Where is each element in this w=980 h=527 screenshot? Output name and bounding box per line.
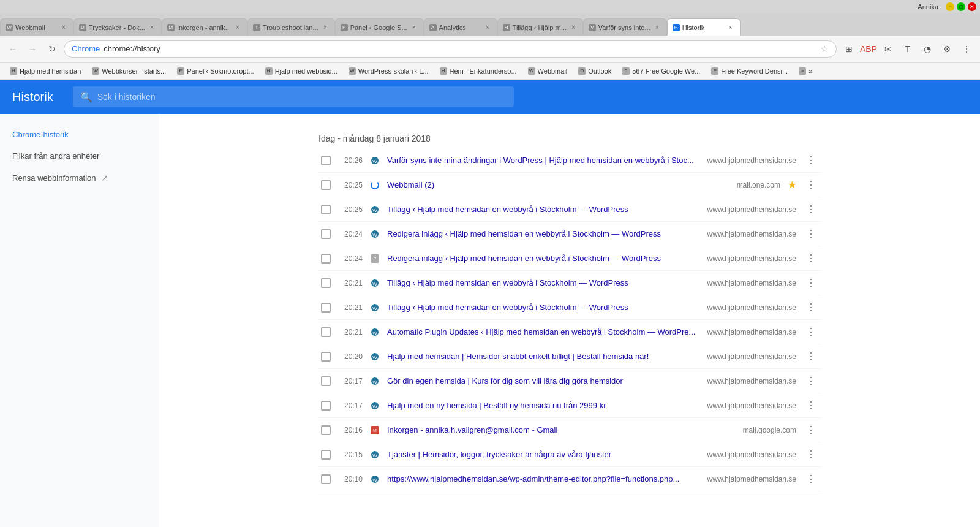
tab-historik[interactable]: HHistorik× — [667, 18, 741, 36]
row-menu-button[interactable]: ⋮ — [804, 325, 818, 339]
row-title[interactable]: Tjänster | Hemsidor, loggor, trycksaker … — [387, 450, 700, 459]
tab-close-button[interactable]: × — [148, 23, 156, 32]
row-menu-button[interactable]: ⋮ — [804, 423, 818, 438]
url-bar[interactable]: Chrome chrome://history ☆ — [64, 40, 837, 58]
row-menu-button[interactable]: ⋮ — [804, 447, 818, 462]
search-bar[interactable]: 🔍 — [73, 86, 514, 107]
row-menu-button[interactable]: ⋮ — [804, 300, 818, 315]
bookmark-item[interactable]: »» — [794, 64, 817, 78]
svg-text:W: W — [372, 354, 377, 360]
translate-icon[interactable]: T — [899, 40, 916, 58]
tools-icon[interactable]: ⚙ — [938, 40, 956, 58]
table-row: 20:21WAutomatic Plugin Updates ‹ Hjälp m… — [318, 320, 821, 344]
row-title[interactable]: Gör din egen hemsida | Kurs för dig som … — [387, 376, 700, 385]
row-menu-button[interactable]: ⋮ — [804, 276, 818, 290]
row-title[interactable]: Hjälp med hemsidan | Hemsidor snabbt enk… — [387, 352, 700, 361]
tab-troubleshoot-lan---[interactable]: TTroubleshoot lan...× — [247, 18, 335, 36]
row-menu-button[interactable]: ⋮ — [804, 202, 818, 217]
tab-close-button[interactable]: × — [59, 23, 68, 32]
row-title[interactable]: Inkorgen - annika.h.vallgren@gmail.com -… — [387, 425, 736, 434]
row-checkbox[interactable] — [321, 205, 331, 214]
chrome-icon[interactable]: ◔ — [919, 40, 936, 58]
row-title[interactable]: Redigera inlägg ‹ Hjälp med hemsidan en … — [387, 254, 700, 263]
adblock-icon[interactable]: ABP — [860, 40, 877, 58]
tab-webbmail[interactable]: WWebbmail× — [0, 18, 74, 36]
tab-close-button[interactable]: × — [569, 23, 578, 32]
sidebar-item-chrome-history[interactable]: Chrome-historik — [0, 124, 159, 145]
row-checkbox[interactable] — [321, 376, 331, 386]
bookmark-item[interactable]: HHjälp med webbsid... — [260, 64, 342, 78]
sidebar-item-other-devices[interactable]: Flikar från andra enheter — [0, 145, 159, 167]
row-title[interactable]: Webbmail (2) — [387, 180, 729, 189]
extensions-icon[interactable]: ⊞ — [840, 40, 858, 58]
tab-close-button[interactable]: × — [233, 23, 242, 32]
bookmark-item[interactable]: OOutlook — [573, 64, 616, 78]
reload-button[interactable]: ↻ — [44, 41, 60, 57]
row-checkbox[interactable] — [321, 278, 331, 288]
forward-button[interactable]: → — [24, 41, 40, 57]
bookmark-item[interactable]: WWebbkurser - starts... — [87, 64, 171, 78]
bookmark-item[interactable]: PPanel ‹ Sökmotoropt... — [172, 64, 258, 78]
bookmark-label: Hem - Enkätundersö... — [450, 67, 517, 75]
bookmark-item[interactable]: HHjälp med hemsidan — [5, 64, 86, 78]
row-title[interactable]: Tillägg ‹ Hjälp med hemsidan en webbyrå … — [387, 278, 700, 287]
tab-inkorgen---annik---[interactable]: MInkorgen - annik...× — [162, 18, 247, 36]
minimize-button[interactable]: − — [946, 2, 954, 11]
row-menu-button[interactable]: ⋮ — [804, 349, 818, 364]
row-title[interactable]: Hjälp med en ny hemsida | Beställ ny hem… — [387, 401, 700, 410]
tab-close-button[interactable]: × — [410, 23, 418, 32]
mail-icon[interactable]: ✉ — [880, 40, 897, 58]
row-checkbox[interactable] — [321, 229, 331, 239]
tab-till-gg---hj-lp-m---[interactable]: HTillägg ‹ Hjälp m...× — [497, 18, 583, 36]
tab-close-button[interactable]: × — [483, 23, 492, 32]
row-checkbox[interactable] — [321, 180, 331, 190]
row-checkbox[interactable] — [321, 156, 331, 165]
row-domain: www.hjalpmedhemsidan.se — [707, 156, 796, 165]
row-title[interactable]: Automatic Plugin Updates ‹ Hjälp med hem… — [387, 327, 700, 336]
row-title[interactable]: Varför syns inte mina ändringar i WordPr… — [387, 156, 700, 165]
tab-trycksaker---dok---[interactable]: DTrycksaker - Dok...× — [74, 18, 162, 36]
bookmark-label: Webbkurser - starts... — [102, 67, 166, 75]
row-time: 20:16 — [338, 426, 363, 434]
row-star-icon[interactable]: ★ — [788, 179, 796, 191]
tab-analytics[interactable]: AAnalytics× — [424, 18, 497, 36]
row-checkbox[interactable] — [321, 254, 331, 264]
tab-close-button[interactable]: × — [726, 23, 735, 32]
bookmark-item[interactable]: WWordPress-skolan ‹ L... — [344, 64, 434, 78]
row-menu-button[interactable]: ⋮ — [804, 153, 818, 168]
bookmark-item[interactable]: FFree Keyword Densi... — [706, 64, 793, 78]
maximize-button[interactable]: □ — [957, 2, 965, 11]
row-checkbox[interactable] — [321, 303, 331, 313]
row-menu-button[interactable]: ⋮ — [804, 472, 818, 487]
row-checkbox[interactable] — [321, 327, 331, 337]
search-input[interactable] — [97, 92, 507, 102]
tab-close-button[interactable]: × — [653, 23, 662, 32]
tab-close-button[interactable]: × — [321, 23, 330, 32]
more-icon[interactable]: ⋮ — [958, 40, 975, 58]
row-menu-button[interactable]: ⋮ — [804, 374, 818, 389]
row-menu-button[interactable]: ⋮ — [804, 251, 818, 266]
bookmark-item[interactable]: WWebbmail — [523, 64, 573, 78]
content-area[interactable]: Idag - måndag 8 januari 2018 20:26WVarfö… — [159, 114, 980, 527]
close-button[interactable]: ✕ — [968, 2, 976, 11]
back-button[interactable]: ← — [5, 41, 21, 57]
bookmark-item[interactable]: 5567 Free Google We... — [617, 64, 705, 78]
tab-varf-r-syns-inte---[interactable]: VVarför syns inte...× — [583, 18, 667, 36]
bookmark-item[interactable]: HHem - Enkätundersö... — [435, 64, 522, 78]
row-checkbox[interactable] — [321, 401, 331, 411]
tab-panel---google-s---[interactable]: PPanel ‹ Google S...× — [335, 18, 424, 36]
row-title[interactable]: Tillägg ‹ Hjälp med hemsidan en webbyrå … — [387, 303, 700, 312]
row-checkbox[interactable] — [321, 450, 331, 460]
bookmark-star-icon[interactable]: ☆ — [821, 44, 829, 54]
row-checkbox[interactable] — [321, 352, 331, 362]
row-checkbox[interactable] — [321, 474, 331, 484]
sidebar-item-clear[interactable]: Rensa webbinformation ↗ — [0, 167, 159, 189]
row-checkbox[interactable] — [321, 425, 331, 435]
row-title[interactable]: https://www.hjalpmedhemsidan.se/wp-admin… — [387, 474, 700, 483]
row-menu-button[interactable]: ⋮ — [804, 227, 818, 241]
row-domain: www.hjalpmedhemsidan.se — [707, 303, 796, 312]
row-menu-button[interactable]: ⋮ — [804, 178, 818, 192]
row-title[interactable]: Redigera inlägg ‹ Hjälp med hemsidan en … — [387, 229, 700, 238]
row-menu-button[interactable]: ⋮ — [804, 398, 818, 413]
row-title[interactable]: Tillägg ‹ Hjälp med hemsidan en webbyrå … — [387, 205, 700, 214]
